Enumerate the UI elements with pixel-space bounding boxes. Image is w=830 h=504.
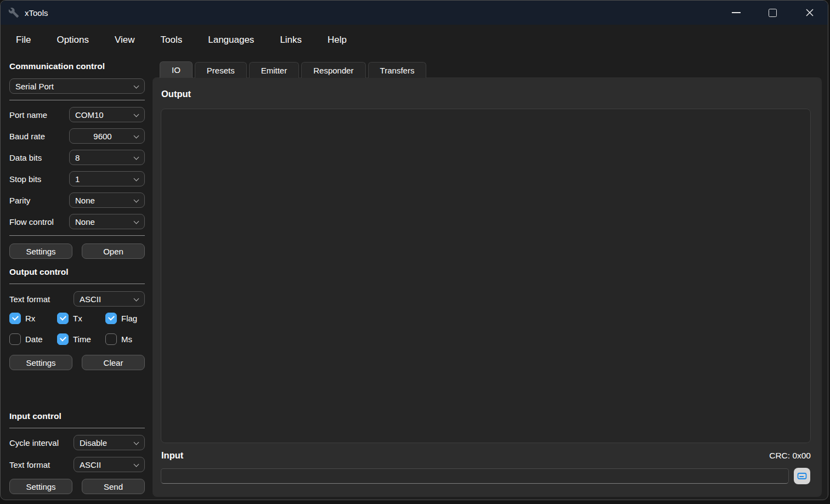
input-format-button[interactable] [794, 468, 810, 484]
tx-label: Tx [73, 314, 82, 323]
rx-checkbox-item[interactable]: Rx [9, 313, 57, 324]
menu-options[interactable]: Options [57, 35, 89, 46]
parity-value: None [75, 196, 130, 205]
tab-emitter[interactable]: Emitter [249, 62, 300, 78]
rx-checkbox[interactable] [9, 313, 21, 324]
clear-button[interactable]: Clear [82, 355, 145, 370]
cycle-interval-value: Disable [80, 438, 130, 448]
crc-value: CRC: 0x00 [769, 451, 811, 461]
input-text-format-value: ASCII [80, 460, 130, 469]
date-checkbox-item[interactable]: Date [9, 333, 57, 345]
menu-view[interactable]: View [115, 35, 135, 46]
menu-links[interactable]: Links [280, 35, 302, 46]
port-name-label: Port name [9, 110, 47, 120]
input-settings-button[interactable]: Settings [9, 479, 72, 494]
device-type-select[interactable]: Serial Port [9, 78, 145, 94]
send-button[interactable]: Send [82, 479, 145, 494]
menu-file[interactable]: File [16, 35, 31, 46]
flow-control-value: None [75, 217, 130, 226]
menu-tools[interactable]: Tools [161, 35, 183, 46]
input-text-format-select[interactable]: ASCII [74, 457, 145, 472]
date-checkbox[interactable] [9, 333, 21, 345]
separator [9, 428, 145, 428]
chevron-down-icon [134, 155, 139, 160]
output-section-title: Output [161, 89, 191, 99]
flag-label: Flag [121, 314, 137, 323]
date-label: Date [25, 335, 43, 344]
input-text-format-label: Text format [9, 460, 50, 469]
cycle-interval-select[interactable]: Disable [74, 435, 145, 450]
separator [9, 235, 145, 236]
stop-bits-select[interactable]: 1 [69, 171, 145, 186]
close-icon [805, 8, 814, 17]
cycle-interval-label: Cycle interval [9, 438, 59, 448]
chevron-down-icon [134, 297, 139, 301]
communication-settings-button[interactable]: Settings [9, 243, 72, 259]
parity-row: Parity None [9, 192, 145, 208]
baud-rate-value: 9600 [75, 132, 130, 141]
flag-checkbox-item[interactable]: Flag [105, 313, 137, 324]
flag-checkbox[interactable] [105, 313, 117, 324]
tab-io[interactable]: IO [160, 61, 193, 78]
output-settings-button[interactable]: Settings [9, 355, 72, 370]
flow-control-label: Flow control [9, 217, 54, 226]
menu-bar: File Options View Tools Languages Links … [1, 25, 828, 55]
flow-control-select[interactable]: None [69, 214, 145, 229]
text-field-icon [797, 471, 808, 482]
window-title: xTools [25, 8, 48, 18]
chevron-down-icon [134, 219, 139, 224]
stop-bits-row: Stop bits 1 [9, 171, 145, 186]
chevron-down-icon [134, 112, 139, 117]
data-bits-select[interactable]: 8 [69, 150, 145, 165]
input-text-format-row: Text format ASCII [9, 457, 145, 472]
output-flags-row-2: Date Time Ms [9, 333, 145, 345]
parity-select[interactable]: None [69, 192, 145, 208]
communication-buttons: Settings Open [9, 243, 145, 259]
tx-checkbox-item[interactable]: Tx [57, 313, 105, 324]
stop-bits-value: 1 [75, 174, 130, 184]
sidebar: Communication control Serial Port Port n… [1, 55, 153, 500]
menu-help[interactable]: Help [328, 35, 347, 46]
output-textview[interactable] [161, 109, 811, 443]
time-checkbox-item[interactable]: Time [57, 333, 105, 345]
window-controls [718, 1, 828, 25]
baud-rate-select[interactable]: 9600 [69, 128, 145, 144]
output-text-format-select[interactable]: ASCII [74, 291, 145, 307]
output-control-title: Output control [9, 267, 145, 277]
close-button[interactable] [791, 1, 828, 25]
data-bits-row: Data bits 8 [9, 150, 145, 165]
tab-transfers[interactable]: Transfers [368, 62, 427, 78]
input-control-buttons: Settings Send [9, 479, 145, 494]
separator [9, 284, 145, 284]
stop-bits-label: Stop bits [9, 174, 41, 184]
input-control-title: Input control [9, 411, 145, 421]
maximize-button[interactable] [754, 1, 791, 25]
minimize-button[interactable] [718, 1, 754, 25]
port-name-select[interactable]: COM10 [69, 107, 145, 122]
communication-control-title: Communication control [9, 61, 145, 71]
io-tab-page: Output Input CRC: 0x00 [153, 77, 822, 497]
chevron-down-icon [134, 198, 139, 202]
open-button[interactable]: Open [82, 243, 145, 259]
tab-presets[interactable]: Presets [195, 62, 247, 78]
menu-languages[interactable]: Languages [208, 35, 254, 46]
cycle-interval-row: Cycle interval Disable [9, 435, 145, 450]
output-control-buttons: Settings Clear [9, 355, 145, 370]
minimize-icon [732, 12, 741, 13]
ms-checkbox-item[interactable]: Ms [105, 333, 132, 345]
time-checkbox[interactable] [57, 333, 69, 345]
tab-responder[interactable]: Responder [301, 62, 365, 78]
app-window: xTools File Options View Tools Languages… [0, 0, 828, 500]
output-text-format-value: ASCII [80, 295, 130, 304]
rx-label: Rx [25, 314, 35, 323]
ms-checkbox[interactable] [105, 333, 117, 345]
maximize-icon [769, 9, 777, 17]
input-field[interactable] [161, 468, 789, 484]
chevron-down-icon [134, 84, 139, 88]
chevron-down-icon [134, 177, 139, 181]
separator [9, 100, 145, 100]
data-bits-label: Data bits [9, 153, 42, 162]
wrench-icon [8, 7, 20, 19]
device-type-value: Serial Port [15, 82, 130, 91]
tx-checkbox[interactable] [57, 313, 69, 324]
